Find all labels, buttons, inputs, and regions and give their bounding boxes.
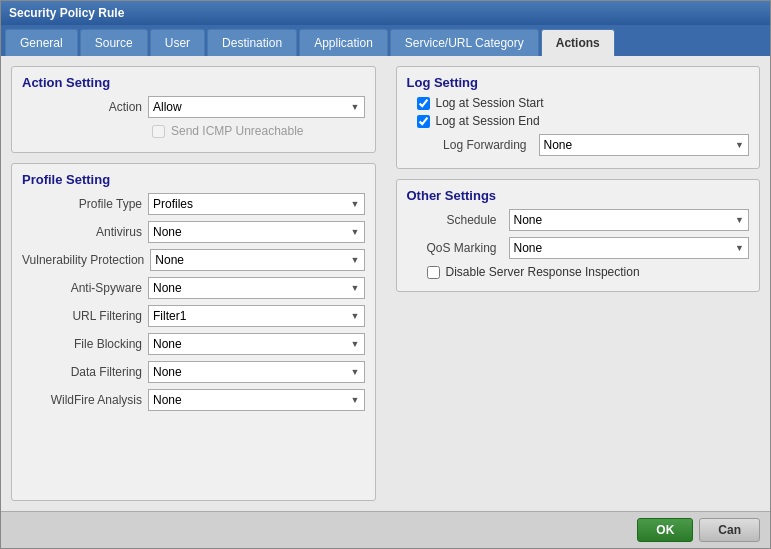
data-filtering-value: None: [153, 365, 351, 379]
wildfire-label: WildFire Analysis: [22, 393, 142, 407]
wildfire-select[interactable]: None ▼: [148, 389, 365, 411]
data-filtering-row: Data Filtering None ▼: [22, 361, 365, 383]
schedule-row: Schedule None ▼: [407, 209, 750, 231]
action-value: Allow: [153, 100, 351, 114]
antivirus-arrow: ▼: [351, 227, 360, 237]
qos-row: QoS Marking None ▼: [407, 237, 750, 259]
file-blocking-label: File Blocking: [22, 337, 142, 351]
other-settings-title: Other Settings: [407, 188, 750, 203]
log-session-end-row: Log at Session End: [407, 114, 750, 128]
log-forwarding-arrow: ▼: [735, 140, 744, 150]
profile-type-value: Profiles: [153, 197, 351, 211]
schedule-select[interactable]: None ▼: [509, 209, 750, 231]
send-icmp-checkbox[interactable]: [152, 125, 165, 138]
vuln-select[interactable]: None ▼: [150, 249, 364, 271]
log-setting-title: Log Setting: [407, 75, 750, 90]
tab-destination[interactable]: Destination: [207, 29, 297, 56]
action-select[interactable]: Allow ▼: [148, 96, 365, 118]
antivirus-value: None: [153, 225, 351, 239]
data-filtering-select[interactable]: None ▼: [148, 361, 365, 383]
other-settings-section: Other Settings Schedule None ▼ QoS Marki…: [396, 179, 761, 292]
file-blocking-select[interactable]: None ▼: [148, 333, 365, 355]
ok-button[interactable]: OK: [637, 518, 693, 542]
log-session-start-checkbox[interactable]: [417, 97, 430, 110]
log-forwarding-value: None: [544, 138, 736, 152]
vuln-arrow: ▼: [351, 255, 360, 265]
log-session-start-label: Log at Session Start: [436, 96, 544, 110]
tabs-bar: General Source User Destination Applicat…: [1, 25, 770, 56]
url-filtering-arrow: ▼: [351, 311, 360, 321]
main-content: Action Setting Action Allow ▼ Send ICMP …: [1, 56, 770, 511]
footer: OK Can: [1, 511, 770, 548]
file-blocking-row: File Blocking None ▼: [22, 333, 365, 355]
profile-type-row: Profile Type Profiles ▼: [22, 193, 365, 215]
schedule-arrow: ▼: [735, 215, 744, 225]
profile-setting-section: Profile Setting Profile Type Profiles ▼ …: [11, 163, 376, 501]
profile-type-select[interactable]: Profiles ▼: [148, 193, 365, 215]
schedule-label: Schedule: [407, 213, 497, 227]
file-blocking-value: None: [153, 337, 351, 351]
action-label: Action: [22, 100, 142, 114]
qos-label: QoS Marking: [407, 241, 497, 255]
title-bar: Security Policy Rule: [1, 1, 770, 25]
anti-spyware-arrow: ▼: [351, 283, 360, 293]
tab-actions[interactable]: Actions: [541, 29, 615, 56]
profile-type-arrow: ▼: [351, 199, 360, 209]
dialog-title: Security Policy Rule: [9, 6, 124, 20]
tab-user[interactable]: User: [150, 29, 205, 56]
vuln-value: None: [155, 253, 350, 267]
url-filtering-select[interactable]: Filter1 ▼: [148, 305, 365, 327]
send-icmp-row: Send ICMP Unreachable: [152, 124, 365, 138]
wildfire-arrow: ▼: [351, 395, 360, 405]
url-filtering-row: URL Filtering Filter1 ▼: [22, 305, 365, 327]
disable-server-row: Disable Server Response Inspection: [407, 265, 750, 279]
url-filtering-value: Filter1: [153, 309, 351, 323]
file-blocking-arrow: ▼: [351, 339, 360, 349]
log-session-start-row: Log at Session Start: [407, 96, 750, 110]
log-forwarding-label: Log Forwarding: [427, 138, 527, 152]
schedule-value: None: [514, 213, 736, 227]
data-filtering-label: Data Filtering: [22, 365, 142, 379]
qos-arrow: ▼: [735, 243, 744, 253]
vuln-label: Vulnerability Protection: [22, 253, 144, 267]
antivirus-label: Antivirus: [22, 225, 142, 239]
action-setting-section: Action Setting Action Allow ▼ Send ICMP …: [11, 66, 376, 153]
log-session-end-label: Log at Session End: [436, 114, 540, 128]
profile-type-label: Profile Type: [22, 197, 142, 211]
profile-setting-title: Profile Setting: [22, 172, 365, 187]
log-setting-section: Log Setting Log at Session Start Log at …: [396, 66, 761, 169]
log-session-end-checkbox[interactable]: [417, 115, 430, 128]
anti-spyware-row: Anti-Spyware None ▼: [22, 277, 365, 299]
anti-spyware-select[interactable]: None ▼: [148, 277, 365, 299]
url-filtering-label: URL Filtering: [22, 309, 142, 323]
wildfire-value: None: [153, 393, 351, 407]
tab-source[interactable]: Source: [80, 29, 148, 56]
antivirus-select[interactable]: None ▼: [148, 221, 365, 243]
log-forwarding-select[interactable]: None ▼: [539, 134, 750, 156]
qos-value: None: [514, 241, 736, 255]
wildfire-row: WildFire Analysis None ▼: [22, 389, 365, 411]
antivirus-row: Antivirus None ▼: [22, 221, 365, 243]
tab-general[interactable]: General: [5, 29, 78, 56]
anti-spyware-value: None: [153, 281, 351, 295]
log-forwarding-row: Log Forwarding None ▼: [407, 134, 750, 156]
tab-application[interactable]: Application: [299, 29, 388, 56]
dialog: Security Policy Rule General Source User…: [0, 0, 771, 549]
right-panel: Log Setting Log at Session Start Log at …: [396, 66, 761, 501]
action-setting-title: Action Setting: [22, 75, 365, 90]
disable-server-label: Disable Server Response Inspection: [446, 265, 640, 279]
disable-server-checkbox[interactable]: [427, 266, 440, 279]
tab-service-url[interactable]: Service/URL Category: [390, 29, 539, 56]
data-filtering-arrow: ▼: [351, 367, 360, 377]
anti-spyware-label: Anti-Spyware: [22, 281, 142, 295]
action-field-row: Action Allow ▼: [22, 96, 365, 118]
action-dropdown-arrow: ▼: [351, 102, 360, 112]
vuln-row: Vulnerability Protection None ▼: [22, 249, 365, 271]
qos-select[interactable]: None ▼: [509, 237, 750, 259]
left-panel: Action Setting Action Allow ▼ Send ICMP …: [11, 66, 376, 501]
send-icmp-label: Send ICMP Unreachable: [171, 124, 304, 138]
cancel-button[interactable]: Can: [699, 518, 760, 542]
